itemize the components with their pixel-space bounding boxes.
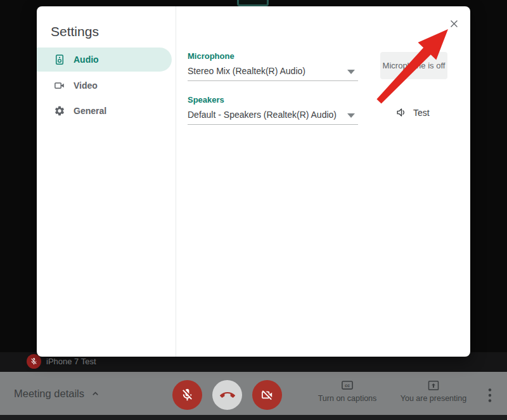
call-end-icon: [220, 388, 235, 403]
captions-label: Turn on captions: [318, 394, 377, 403]
speakers-label: Speakers: [188, 95, 224, 105]
sidebar-item-label: General: [74, 106, 106, 116]
meeting-details-label: Meeting details: [14, 388, 84, 400]
svg-text:cc: cc: [345, 383, 350, 388]
mic-muted-badge-icon: [27, 354, 41, 369]
microphone-toggle-button[interactable]: [172, 380, 202, 410]
turn-on-captions-button[interactable]: cc Turn on captions: [312, 380, 382, 403]
speakers-select[interactable]: Default - Speakers (Realtek(R) Audio): [188, 106, 358, 125]
sidebar-item-audio[interactable]: Audio: [37, 48, 172, 72]
chevron-up-icon: [91, 389, 100, 398]
sidebar-item-video[interactable]: Video: [37, 73, 172, 98]
volume-icon: [395, 106, 408, 118]
you-are-presenting-button[interactable]: You are presenting: [399, 380, 468, 403]
dropdown-caret-icon: [347, 70, 355, 74]
presenting-label: You are presenting: [401, 394, 466, 403]
settings-title: Settings: [51, 24, 99, 39]
microphone-selected-value: Stereo Mix (Realtek(R) Audio): [188, 66, 305, 76]
dropdown-caret-icon: [347, 113, 355, 118]
close-button[interactable]: [445, 15, 463, 32]
participant-name: iPhone 7 Test: [46, 357, 96, 366]
gear-icon: [54, 105, 65, 117]
speaker-cabinet-icon: [54, 54, 65, 65]
sidebar-divider: [176, 6, 176, 357]
meeting-details-button[interactable]: Meeting details: [14, 372, 100, 415]
sidebar-item-label: Video: [74, 80, 98, 91]
videocam-icon: [54, 80, 65, 91]
presentation-tile-edge: [237, 0, 269, 6]
test-speakers-button[interactable]: Test: [395, 106, 430, 118]
camera-toggle-button[interactable]: [252, 380, 282, 410]
videocam-off-icon: [260, 388, 274, 402]
microphone-select[interactable]: Stereo Mix (Realtek(R) Audio): [188, 62, 358, 81]
speakers-selected-value: Default - Speakers (Realtek(R) Audio): [188, 110, 337, 120]
microphone-label: Microphone: [188, 51, 234, 61]
sidebar-item-label: Audio: [74, 54, 99, 65]
more-options-button[interactable]: [484, 386, 496, 405]
vertical-dots-icon: [488, 388, 492, 403]
bottom-edge-strip: [0, 415, 507, 420]
microphone-off-tooltip: Microphone is off: [380, 52, 447, 79]
hang-up-button[interactable]: [212, 380, 242, 410]
settings-dialog: Settings Audio Video: [37, 6, 470, 357]
closed-captions-icon: cc: [341, 380, 354, 391]
close-icon: [449, 18, 459, 29]
test-label: Test: [413, 108, 430, 118]
sidebar-item-general[interactable]: General: [37, 99, 172, 123]
present-screen-icon: [428, 380, 439, 391]
meet-screen: iPhone 7 Test Meeting details: [0, 0, 507, 420]
mic-off-icon: [180, 388, 195, 402]
